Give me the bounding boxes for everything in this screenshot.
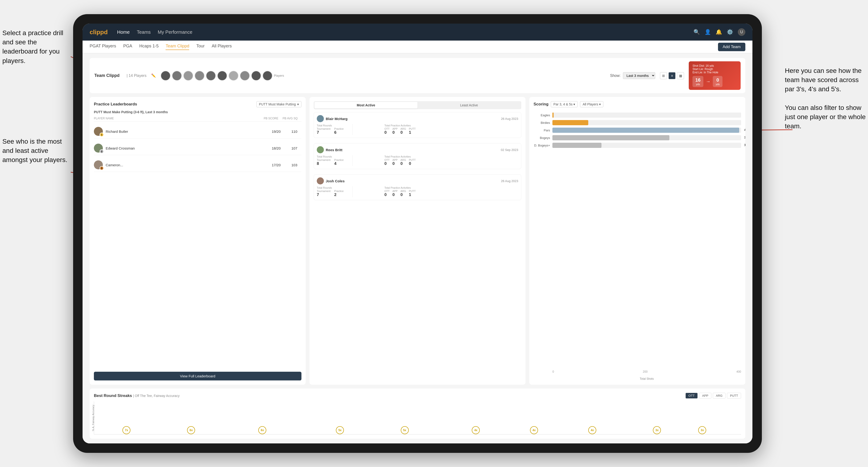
tab-least-active[interactable]: Least Active — [417, 102, 521, 108]
bar-label-birdies: Birdies — [533, 121, 550, 125]
streak-dot-1: 7x — [122, 426, 130, 434]
par-name-2: Rees Britt — [326, 148, 342, 152]
edit-icon[interactable]: ✏️ — [151, 73, 156, 78]
scoring-header: Scoring Par 3, 4 & 5s ▾ All Players ▾ — [533, 101, 741, 107]
player-info-3: Josh Coles — [317, 177, 345, 184]
main-content: Team Clippd | 14 Players ✏️ Players — [83, 53, 752, 443]
streak-dot-10: 3x — [698, 426, 706, 434]
nav-link-my-performance[interactable]: My Performance — [158, 30, 192, 35]
players-label: Players — [274, 74, 284, 77]
streaks-title-group: Best Round Streaks | Off The Tee, Fairwa… — [94, 394, 180, 398]
bar-row-eagles: Eagles 3 — [533, 113, 741, 118]
stat-total-rounds-3: Total Rounds Tournament7 Practice2 — [317, 186, 349, 197]
bar-value-bogeys: 311 — [744, 135, 745, 139]
bar-row-bogeys: Bogeys 311 — [533, 135, 741, 140]
shot-end-lie: End Lie: In The Hole — [692, 71, 737, 74]
list-view-btn[interactable]: ≡ — [669, 72, 676, 79]
lb-avg-2: 107 — [287, 146, 302, 150]
par-date-1: 26 Aug 2023 — [501, 117, 518, 121]
bar-track-eagles: 3 — [552, 113, 741, 118]
streak-value-4: 5x — [336, 426, 344, 434]
show-filter: Show: Last 3 months Last 6 months Last y… — [610, 72, 655, 79]
bar-fill-birdies — [552, 120, 588, 125]
par-avatar-1 — [317, 115, 324, 122]
avatar-6 — [217, 71, 227, 81]
search-icon[interactable]: 🔍 — [693, 29, 700, 35]
bar-row-birdies: Birdies 96 — [533, 120, 741, 125]
annotation-top-left: Select a practice drill and see the lead… — [2, 28, 71, 65]
bar-chart: Eagles 3 Birdies 96 — [533, 110, 741, 367]
lb-player-name-1: Richard Butler — [106, 129, 265, 133]
streak-value-3: 6x — [258, 426, 266, 434]
subnav-hcaps[interactable]: Hcaps 1-5 — [139, 44, 158, 50]
chart-x-axis: 0 200 400 — [533, 370, 741, 373]
nav-link-teams[interactable]: Teams — [137, 30, 151, 35]
person-icon[interactable]: 👤 — [705, 29, 711, 35]
stat-practice-activities-1: Total Practice Activities OTT0 APP0 ARG0… — [384, 124, 417, 135]
table-view-btn[interactable]: ▦ — [677, 72, 684, 79]
streak-btn-ott[interactable]: OTT — [685, 393, 698, 399]
player-info-1: Blair McHarg — [317, 115, 348, 122]
drill-selector[interactable]: PUTT Must Make Putting ▾ — [256, 101, 302, 107]
bar-fill-dbogeys — [552, 143, 601, 148]
bar-value-pars: 499 — [744, 128, 745, 132]
leaderboards-header: Practice Leaderboards PUTT Must Make Put… — [94, 101, 302, 107]
view-full-leaderboard-button[interactable]: View Full Leaderboard — [94, 372, 302, 380]
scoring-title: Scoring — [533, 102, 549, 106]
bell-icon[interactable]: 🔔 — [716, 29, 722, 35]
practice-rounds-1: 6 — [334, 130, 344, 135]
activity-card: Most Active Least Active Blair McHarg 26… — [309, 97, 526, 385]
nav-link-home[interactable]: Home — [117, 30, 130, 35]
par-row-header-3: Josh Coles 26 Aug 2023 — [317, 177, 518, 184]
practice-leaderboards-card: Practice Leaderboards PUTT Must Make Put… — [90, 97, 306, 385]
streak-dot-2: 6x — [187, 426, 195, 434]
subnav-pgat[interactable]: PGAT Players — [90, 44, 116, 50]
streak-value-5: 5x — [401, 426, 409, 434]
avatar-9 — [251, 71, 261, 81]
tab-most-active[interactable]: Most Active — [314, 102, 417, 108]
streak-value-7: 4x — [530, 426, 538, 434]
par-date-2: 02 Sep 2023 — [501, 148, 518, 152]
leaderboard-subtitle: PUTT Must Make Putting (3-6 ft), Last 3 … — [94, 110, 302, 114]
activity-tab-toggle: Most Active Least Active — [314, 101, 521, 109]
streak-dot-7: 4x — [530, 426, 538, 434]
activity-row-1: Blair McHarg 26 Aug 2023 Total Rounds To… — [314, 112, 521, 138]
add-team-button[interactable]: Add Team — [718, 43, 745, 51]
subnav-all-players[interactable]: All Players — [212, 44, 232, 50]
lb-score-2: 18/20 — [268, 146, 284, 150]
annotation-top-right: Here you can see how the team have score… — [785, 66, 866, 131]
streak-dot-9: 3x — [653, 426, 661, 434]
par-row-header-1: Blair McHarg 26 Aug 2023 — [317, 115, 518, 122]
nav-icons: 🔍 👤 🔔 ⚙️ U — [693, 28, 745, 36]
streak-dot-3: 6x — [258, 426, 266, 434]
grid-view-btn[interactable]: ⊞ — [660, 72, 667, 79]
navbar: clippd Home Teams My Performance 🔍 👤 🔔 ⚙… — [83, 24, 752, 40]
subnav-tour[interactable]: Tour — [196, 44, 205, 50]
streak-dot-5: 5x — [401, 426, 409, 434]
stats-row-3: Total Rounds Tournament7 Practice2 Total… — [317, 186, 518, 197]
settings-icon[interactable]: ⚙️ — [727, 29, 733, 35]
streak-btn-putt[interactable]: PUTT — [727, 393, 741, 399]
streak-value-10: 3x — [698, 426, 706, 434]
team-players-count: | 14 Players — [127, 73, 147, 78]
streaks-chart: % A, Fairway Accuracy 7x 6x 6x — [94, 401, 741, 434]
streak-btn-app[interactable]: APP — [699, 393, 711, 399]
streak-dot-4: 5x — [336, 426, 344, 434]
lb-player-name-2: Edward Crossman — [106, 146, 265, 150]
bar-fill-eagles — [552, 113, 554, 118]
rank-badge-2: 2 — [99, 149, 104, 154]
stat-practice-activities-3: Total Practice Activities OTT0 APP0 ARG0… — [384, 186, 417, 197]
subnav-pga[interactable]: PGA — [123, 44, 132, 50]
scoring-filter-par[interactable]: Par 3, 4 & 5s ▾ — [551, 101, 578, 107]
subnav-team-clippd[interactable]: Team Clippd — [165, 44, 189, 50]
subnav-links: PGAT Players PGA Hcaps 1-5 Team Clippd T… — [90, 44, 718, 50]
streak-value-9: 3x — [653, 426, 661, 434]
bar-label-bogeys: Bogeys — [533, 136, 550, 139]
avatar-7 — [228, 71, 239, 81]
avatar-icon[interactable]: U — [738, 28, 745, 36]
period-select[interactable]: Last 3 months Last 6 months Last year — [623, 72, 655, 79]
tablet-frame: clippd Home Teams My Performance 🔍 👤 🔔 ⚙… — [73, 14, 762, 453]
total-shots-label: Total Shots — [533, 377, 741, 380]
streak-btn-arg[interactable]: ARG — [713, 393, 725, 399]
scoring-filter-players[interactable]: All Players ▾ — [580, 101, 603, 107]
